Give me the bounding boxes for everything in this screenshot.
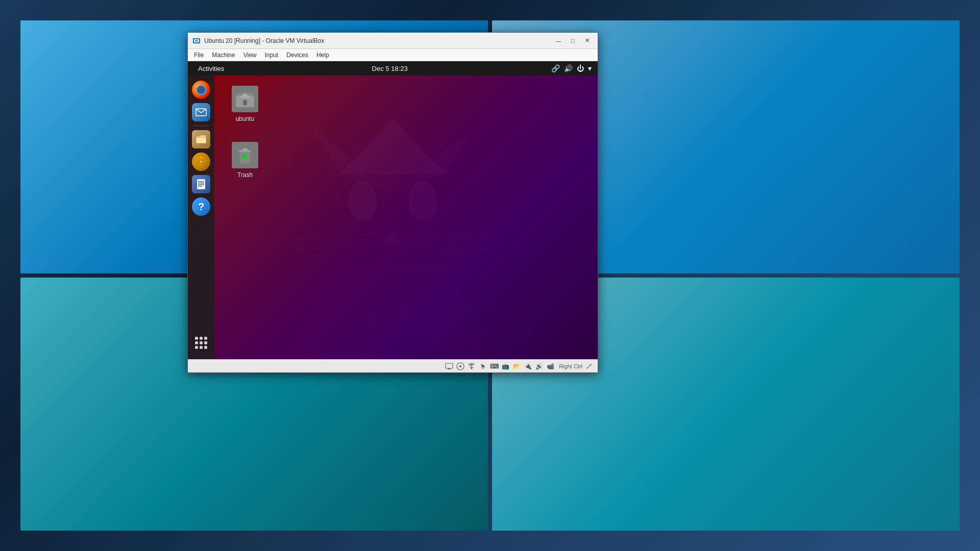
vbox-icon <box>192 36 201 45</box>
right-ctrl-label: Right Ctrl <box>559 363 582 369</box>
dock-music[interactable] <box>191 152 211 172</box>
status-icon-4[interactable]: 🖱 <box>478 362 487 371</box>
dock-help[interactable]: ? <box>191 196 211 217</box>
svg-rect-26 <box>198 181 204 182</box>
menu-view[interactable]: View <box>239 51 261 60</box>
window-title: Ubuntu 20 [Running] - Oracle VM VirtualB… <box>204 37 552 44</box>
svg-rect-27 <box>198 183 204 184</box>
svg-point-42 <box>459 365 461 367</box>
virtualbox-window: Ubuntu 20 [Running] - Oracle VM VirtualB… <box>187 32 598 373</box>
svg-rect-43 <box>469 364 471 365</box>
status-icon-5[interactable]: ⌨ <box>489 362 499 371</box>
svg-rect-40 <box>448 368 451 369</box>
dock-firefox[interactable] <box>191 80 211 100</box>
menu-devices[interactable]: Devices <box>282 51 312 60</box>
maximize-button[interactable]: □ <box>566 36 579 46</box>
title-bar: Ubuntu 20 [Running] - Oracle VM VirtualB… <box>188 33 598 49</box>
svg-point-23 <box>200 161 202 163</box>
svg-rect-29 <box>198 186 202 187</box>
vbox-statusbar: 🖱 ⌨ 📺 📂 🔌 🔊 📹 Right Ctrl <box>188 359 598 372</box>
dock-email[interactable] <box>191 102 211 122</box>
svg-point-34 <box>246 102 247 103</box>
status-icon-9[interactable]: 🔊 <box>534 362 544 371</box>
menu-file[interactable]: File <box>190 51 208 60</box>
menu-machine[interactable]: Machine <box>208 51 239 60</box>
svg-point-44 <box>473 363 474 365</box>
desktop-area: ubuntu <box>214 76 598 359</box>
window-controls: — □ ✕ <box>552 36 594 46</box>
status-icon-1[interactable] <box>445 362 454 371</box>
activities-button[interactable]: Activities <box>194 65 228 72</box>
desktop-icon-home[interactable]: ubuntu <box>225 86 265 123</box>
ubuntu-dock: ? <box>188 76 214 359</box>
menu-bar: File Machine View Input Devices Help <box>188 49 598 61</box>
svg-rect-2 <box>195 40 198 41</box>
svg-rect-37 <box>242 148 248 151</box>
home-icon-label: ubuntu <box>234 114 257 123</box>
close-button[interactable]: ✕ <box>580 36 594 46</box>
status-icon-8[interactable]: 🔌 <box>523 362 532 371</box>
menu-help[interactable]: Help <box>312 51 333 60</box>
trash-bin-icon <box>232 142 258 168</box>
dock-files[interactable] <box>191 129 211 149</box>
vm-content: Activities Dec 5 18:23 🔗 🔊 ⏻ ▾ <box>188 61 598 372</box>
dock-show-apps[interactable] <box>191 333 211 353</box>
status-icon-2[interactable] <box>456 362 465 371</box>
volume-icon[interactable]: 🔊 <box>564 64 573 72</box>
topbar-icons: 🔗 🔊 ⏻ ▾ <box>551 64 592 72</box>
desktop-icon-trash[interactable]: Trash <box>225 142 265 180</box>
power-icon[interactable]: ⏻ <box>577 64 584 72</box>
svg-rect-39 <box>446 363 453 368</box>
home-folder-icon <box>232 86 258 112</box>
settings-dropdown-icon[interactable]: ▾ <box>588 64 592 72</box>
ubuntu-topbar: Activities Dec 5 18:23 🔗 🔊 ⏻ ▾ <box>188 61 598 76</box>
trash-icon-label: Trash <box>235 170 255 180</box>
topbar-clock: Dec 5 18:23 <box>228 65 551 72</box>
dock-writer[interactable] <box>191 174 211 194</box>
ubuntu-desktop: ? <box>188 76 598 359</box>
status-icon-10[interactable]: 📹 <box>546 362 555 371</box>
minimize-button[interactable]: — <box>552 36 565 46</box>
svg-rect-28 <box>198 184 204 185</box>
network-icon[interactable]: 🔗 <box>551 64 560 72</box>
status-icon-7[interactable]: 📂 <box>512 362 521 371</box>
menu-input[interactable]: Input <box>261 51 283 60</box>
dock-separator <box>193 126 209 126</box>
status-resize-icon[interactable] <box>584 362 594 371</box>
status-icon-3[interactable] <box>467 362 476 371</box>
status-icon-6[interactable]: 📺 <box>501 362 510 371</box>
svg-rect-20 <box>196 137 206 143</box>
